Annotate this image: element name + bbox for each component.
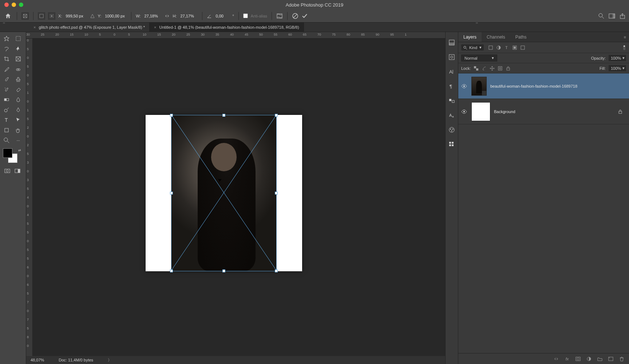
- canvas[interactable]: ➤: [33, 39, 445, 356]
- hand-tool[interactable]: [12, 125, 24, 135]
- libraries-panel-icon[interactable]: [448, 140, 456, 148]
- close-tab-icon[interactable]: ×: [33, 25, 36, 29]
- filter-pixel-icon[interactable]: [488, 45, 493, 50]
- collapse-left-icon[interactable]: ‹‹: [3, 21, 5, 25]
- color-swatches[interactable]: ⇄: [1, 148, 24, 166]
- color-panel-icon[interactable]: [448, 126, 456, 134]
- maximize-window-button[interactable]: [19, 3, 23, 7]
- layer-name[interactable]: Background: [494, 109, 614, 114]
- reference-point-grid[interactable]: [48, 12, 55, 20]
- close-window-button[interactable]: [4, 3, 9, 7]
- document-tab-0[interactable]: × glitch photo effect.psd @ 47% (Exposur…: [29, 23, 150, 32]
- gradient-tool[interactable]: [1, 95, 12, 105]
- paragraph-panel-icon[interactable]: ¶: [448, 82, 456, 90]
- eyedropper-tool[interactable]: [1, 64, 12, 74]
- frame-tool[interactable]: [12, 54, 24, 64]
- warp-mode-icon[interactable]: [276, 13, 283, 19]
- panel-menu-icon[interactable]: ≡: [621, 32, 629, 42]
- stamp-tool[interactable]: [12, 74, 24, 84]
- visibility-toggle[interactable]: [461, 84, 468, 88]
- opacity-input[interactable]: 100% ▾: [609, 55, 626, 61]
- zoom-level[interactable]: 48,07%: [31, 358, 44, 362]
- foreground-color-swatch[interactable]: [3, 148, 12, 158]
- new-layer-icon[interactable]: [608, 356, 614, 362]
- w-input[interactable]: [143, 13, 162, 19]
- edit-toolbar[interactable]: ···: [12, 135, 24, 145]
- lock-pixels-icon[interactable]: [482, 66, 487, 71]
- shape-tool[interactable]: [1, 125, 12, 135]
- layer-name[interactable]: beautiful-woman-fashion-fashion-model-16…: [490, 84, 626, 88]
- delta-icon[interactable]: [90, 13, 95, 19]
- filter-adjust-icon[interactable]: [496, 45, 501, 50]
- blend-mode-select[interactable]: Normal ▾: [461, 55, 497, 61]
- h-input[interactable]: [179, 13, 198, 19]
- mask-icon[interactable]: [575, 356, 581, 362]
- history-brush-tool[interactable]: [1, 84, 12, 95]
- eraser-tool[interactable]: [12, 84, 24, 95]
- filter-shape-icon[interactable]: [512, 45, 517, 50]
- lock-transparent-icon[interactable]: [474, 66, 479, 71]
- crop-tool[interactable]: [1, 54, 12, 64]
- angle-input[interactable]: [215, 13, 229, 19]
- ruler-horizontal[interactable]: 3025201510505101520253035404550556065707…: [26, 32, 445, 39]
- lock-all-icon[interactable]: [506, 66, 511, 71]
- trash-icon[interactable]: [619, 356, 625, 362]
- lock-icon[interactable]: [618, 109, 622, 114]
- layer-thumbnail[interactable]: [471, 77, 487, 96]
- commit-transform-icon[interactable]: [301, 13, 308, 19]
- type-tool[interactable]: T: [1, 115, 12, 125]
- blur-tool[interactable]: [12, 95, 24, 105]
- workspace-icon[interactable]: [609, 13, 615, 19]
- dodge-tool[interactable]: [1, 105, 12, 115]
- lock-artboard-icon[interactable]: [498, 66, 503, 71]
- fx-icon[interactable]: fx: [564, 356, 570, 362]
- character-panel-icon[interactable]: A: [448, 68, 456, 76]
- marquee-tool[interactable]: [12, 33, 24, 44]
- ruler-vertical[interactable]: 050505101520253035404550556065707580: [26, 39, 33, 356]
- layer-thumbnail[interactable]: [471, 102, 490, 121]
- placed-smart-object[interactable]: ➤: [171, 115, 277, 271]
- tab-channels[interactable]: Channels: [482, 32, 510, 42]
- screenmode-toggle[interactable]: [13, 167, 22, 175]
- document-tab-1[interactable]: × Untitled-1 @ 48,1% (beautiful-woman-fa…: [150, 23, 304, 32]
- antialias-checkbox[interactable]: [243, 13, 248, 18]
- transform-tool-icon[interactable]: [21, 12, 29, 20]
- move-tool[interactable]: [1, 33, 12, 44]
- minimize-window-button[interactable]: [12, 3, 16, 7]
- filter-kind-select[interactable]: Kind ▾: [461, 44, 484, 51]
- reference-point-toggle[interactable]: [38, 12, 45, 20]
- tab-paths[interactable]: Paths: [510, 32, 532, 42]
- path-select-tool[interactable]: [12, 115, 24, 125]
- filter-type-icon[interactable]: T: [504, 45, 509, 50]
- swatches-panel-icon[interactable]: [448, 97, 456, 105]
- cancel-transform-icon[interactable]: [292, 13, 298, 19]
- x-input[interactable]: [65, 13, 87, 19]
- zoom-tool[interactable]: [1, 135, 12, 145]
- status-arrow-icon[interactable]: 〉: [108, 357, 112, 363]
- adjustment-icon[interactable]: [586, 356, 592, 362]
- doc-size[interactable]: Doc: 11,4M/0 bytes: [59, 358, 93, 362]
- group-icon[interactable]: [597, 356, 603, 362]
- brush-tool[interactable]: [1, 74, 12, 84]
- pen-tool[interactable]: [12, 105, 24, 115]
- tab-layers[interactable]: Layers: [458, 32, 482, 42]
- history-panel-icon[interactable]: [448, 39, 456, 47]
- share-icon[interactable]: [620, 13, 625, 19]
- link-layers-icon[interactable]: [553, 356, 559, 362]
- layer-row[interactable]: beautiful-woman-fashion-fashion-model-16…: [458, 73, 629, 99]
- swap-colors-icon[interactable]: ⇄: [18, 148, 21, 152]
- glyphs-panel-icon[interactable]: Aa: [448, 111, 456, 119]
- home-button[interactable]: [4, 12, 12, 20]
- lock-position-icon[interactable]: [490, 66, 495, 71]
- fill-input[interactable]: 100% ▾: [609, 65, 626, 71]
- filter-toggle-switch[interactable]: [622, 44, 626, 51]
- layer-row[interactable]: Background: [458, 99, 629, 124]
- quick-select-tool[interactable]: [12, 44, 24, 54]
- lasso-tool[interactable]: [1, 44, 12, 54]
- y-input[interactable]: [104, 13, 127, 19]
- properties-panel-icon[interactable]: [448, 53, 456, 61]
- close-tab-icon[interactable]: ×: [154, 25, 156, 29]
- collapse-right-icon[interactable]: ››: [476, 21, 478, 25]
- filter-smart-icon[interactable]: [520, 45, 525, 50]
- visibility-toggle[interactable]: [461, 109, 468, 114]
